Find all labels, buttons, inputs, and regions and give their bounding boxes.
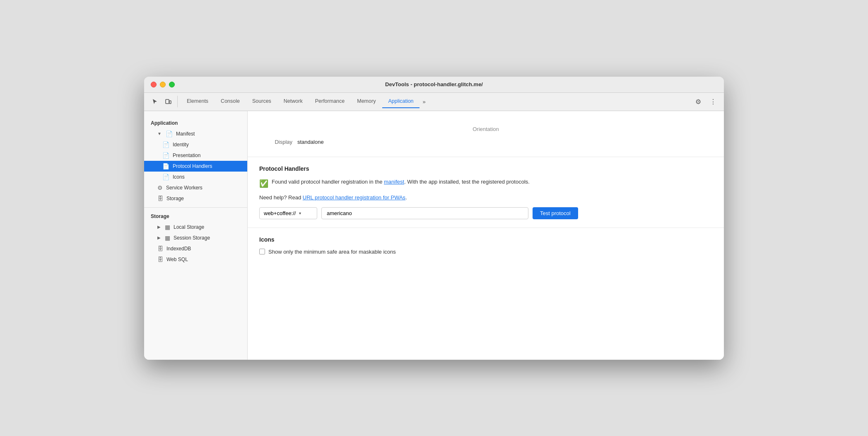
sidebar-item-service-workers[interactable]: ⚙ Service Workers xyxy=(144,182,247,193)
indexeddb-label: IndexedDB xyxy=(166,246,191,252)
file-icon-presentation: 📄 xyxy=(162,152,169,159)
file-icon-identity: 📄 xyxy=(162,141,169,148)
chevron-right-local: ▶ xyxy=(157,225,161,229)
toolbar: Elements Console Sources Network Perform… xyxy=(144,93,724,111)
icons-title: Icons xyxy=(259,236,712,243)
success-row: ✅ Found valid protocol handler registrat… xyxy=(259,178,712,189)
sidebar-item-storage-main[interactable]: 🗄 Storage xyxy=(144,193,247,204)
more-tabs-button[interactable]: » xyxy=(420,97,428,107)
protocol-select-value: web+coffee:// xyxy=(264,210,296,216)
chevron-down-icon: ▼ xyxy=(157,131,162,136)
sidebar-divider xyxy=(144,207,247,208)
storage-section-title: Storage xyxy=(144,211,247,222)
toolbar-tabs: Elements Console Sources Network Perform… xyxy=(181,95,692,108)
protocol-handlers-section: Protocol Handlers ✅ Found valid protocol… xyxy=(248,157,724,228)
success-text-after: . With the app installed, test the regis… xyxy=(404,179,530,185)
gear-icon-sw: ⚙ xyxy=(157,184,163,191)
file-icon: 📄 xyxy=(166,131,173,137)
tab-performance[interactable]: Performance xyxy=(309,95,351,108)
tab-network[interactable]: Network xyxy=(278,95,309,108)
tab-application[interactable]: Application xyxy=(382,95,419,108)
database-icon-sql: 🗄 xyxy=(157,256,163,263)
sidebar-item-protocol-handlers[interactable]: 📄 Protocol Handlers xyxy=(144,161,247,172)
sidebar-item-web-sql[interactable]: 🗄 Web SQL xyxy=(144,254,247,265)
test-protocol-button[interactable]: Test protocol xyxy=(533,207,578,219)
checkbox-label: Show only the minimum safe area for mask… xyxy=(268,249,396,255)
content-panel: Orientation Display standalone Protocol … xyxy=(248,111,724,360)
identity-label: Identity xyxy=(173,142,189,148)
sidebar-item-presentation[interactable]: 📄 Presentation xyxy=(144,150,247,161)
maximize-button[interactable] xyxy=(169,82,175,87)
database-icon-indexed: 🗄 xyxy=(157,245,163,252)
more-options-icon[interactable]: ⋮ xyxy=(707,96,719,107)
protocol-input[interactable] xyxy=(321,207,528,219)
protocol-row: web+coffee:// ▾ Test protocol xyxy=(259,207,712,219)
help-text-after: . xyxy=(405,194,407,201)
orientation-label: Orientation xyxy=(259,119,712,136)
tab-sources[interactable]: Sources xyxy=(246,95,277,108)
help-text: Need help? Read xyxy=(259,194,303,201)
file-icon-protocol: 📄 xyxy=(162,163,169,170)
svg-rect-1 xyxy=(169,101,171,104)
manifest-label: Manifest xyxy=(176,131,195,137)
minimize-button[interactable] xyxy=(160,82,166,87)
sidebar-item-identity[interactable]: 📄 Identity xyxy=(144,139,247,150)
protocol-handlers-title: Protocol Handlers xyxy=(259,165,712,172)
help-row: Need help? Read URL protocol handler reg… xyxy=(259,194,712,201)
chevron-down-icon: ▾ xyxy=(299,211,301,216)
local-storage-label: Local Storage xyxy=(174,224,204,230)
tab-elements[interactable]: Elements xyxy=(181,95,214,108)
tab-memory[interactable]: Memory xyxy=(351,95,381,108)
tab-console[interactable]: Console xyxy=(215,95,246,108)
storage-main-label: Storage xyxy=(166,196,184,201)
success-text-before: Found valid protocol handler registratio… xyxy=(272,179,384,185)
database-icon: 🗄 xyxy=(157,195,163,202)
sidebar-item-manifest[interactable]: ▼ 📄 Manifest xyxy=(144,128,247,139)
titlebar: DevTools - protocol-handler.glitch.me/ xyxy=(144,77,724,93)
sidebar-item-indexeddb[interactable]: 🗄 IndexedDB xyxy=(144,243,247,254)
display-row: Display standalone xyxy=(259,136,712,148)
close-button[interactable] xyxy=(151,82,157,87)
devtools-window: DevTools - protocol-handler.glitch.me/ E… xyxy=(144,77,724,360)
device-icon[interactable] xyxy=(162,96,174,107)
presentation-label: Presentation xyxy=(173,153,200,158)
toolbar-right: ⚙ ⋮ xyxy=(692,96,719,107)
display-label: Display xyxy=(259,139,292,145)
table-icon-local: ▦ xyxy=(165,224,170,230)
protocol-select[interactable]: web+coffee:// ▾ xyxy=(259,207,317,219)
sidebar-item-session-storage[interactable]: ▶ ▦ Session Storage xyxy=(144,233,247,243)
cursor-icon[interactable] xyxy=(149,96,161,107)
manifest-link[interactable]: manifest xyxy=(384,179,404,185)
protocol-handlers-label: Protocol Handlers xyxy=(173,163,212,169)
toolbar-icons xyxy=(149,96,178,107)
window-title: DevTools - protocol-handler.glitch.me/ xyxy=(385,81,483,87)
svg-rect-0 xyxy=(166,99,169,104)
check-circle-icon: ✅ xyxy=(259,178,268,189)
settings-icon[interactable]: ⚙ xyxy=(692,96,704,107)
help-link[interactable]: URL protocol handler registration for PW… xyxy=(303,194,405,201)
sidebar-item-local-storage[interactable]: ▶ ▦ Local Storage xyxy=(144,222,247,233)
success-text: Found valid protocol handler registratio… xyxy=(272,178,530,186)
service-workers-label: Service Workers xyxy=(166,185,203,191)
checkbox-row: Show only the minimum safe area for mask… xyxy=(259,249,712,255)
sidebar-item-icons[interactable]: 📄 Icons xyxy=(144,172,247,182)
display-section: Orientation Display standalone xyxy=(248,111,724,157)
main-content: Application ▼ 📄 Manifest 📄 Identity 📄 Pr… xyxy=(144,111,724,360)
chevron-right-session: ▶ xyxy=(157,235,161,240)
web-sql-label: Web SQL xyxy=(166,257,188,262)
icons-section: Icons Show only the minimum safe area fo… xyxy=(248,228,724,263)
traffic-lights xyxy=(151,82,175,87)
application-section-title: Application xyxy=(144,118,247,128)
session-storage-label: Session Storage xyxy=(174,235,210,241)
sidebar: Application ▼ 📄 Manifest 📄 Identity 📄 Pr… xyxy=(144,111,248,360)
display-value: standalone xyxy=(297,139,324,145)
table-icon-session: ▦ xyxy=(165,235,170,241)
icons-label: Icons xyxy=(173,174,185,180)
file-icon-icons: 📄 xyxy=(162,174,169,180)
maskable-icons-checkbox[interactable] xyxy=(259,249,265,254)
